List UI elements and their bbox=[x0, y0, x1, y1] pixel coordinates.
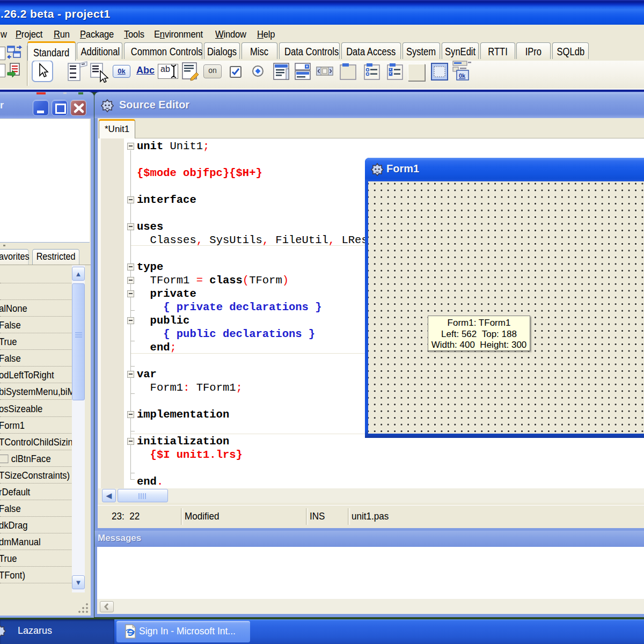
svg-text:0k: 0k bbox=[459, 72, 466, 79]
